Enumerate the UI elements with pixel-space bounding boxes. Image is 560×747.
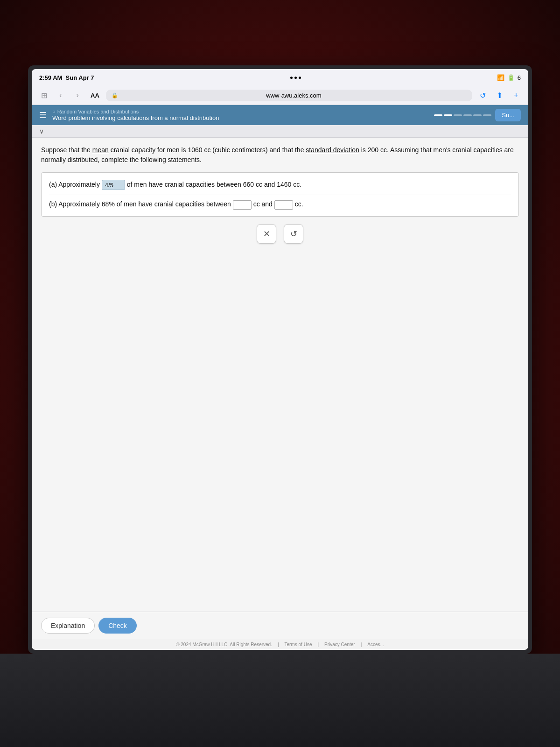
- signal-dot-1: [290, 77, 293, 79]
- part-b-text: (b) Approximately 68% of men have crania…: [49, 200, 231, 208]
- action-buttons: ✕ ↺: [41, 224, 519, 244]
- progress-area: Su...: [434, 109, 521, 121]
- topic-title: Word problem involving calculations from…: [52, 114, 428, 121]
- wifi-icon: 📶: [497, 74, 504, 81]
- progress-dot-6: [483, 114, 491, 116]
- footer-separator-3: |: [361, 642, 362, 647]
- footer-copyright: © 2024 McGraw Hill LLC. All Rights Reser…: [176, 642, 272, 647]
- footer-separator-1: |: [278, 642, 279, 647]
- progress-dot-1: [434, 114, 442, 116]
- part-b-cc1: cc: [253, 200, 262, 208]
- laptop-screen: 2:59 AM Sun Apr 7 📶 🔋 6 ⊞ ‹: [32, 69, 528, 650]
- lock-icon: 🔒: [112, 92, 118, 99]
- problem-statement: Suppose that the mean cranial capacity f…: [41, 145, 519, 165]
- submit-button[interactable]: Su...: [495, 109, 521, 121]
- url-text: www-awu.aleks.com: [121, 92, 467, 99]
- status-time: 2:59 AM Sun Apr 7: [39, 74, 94, 81]
- forward-icon: ›: [76, 91, 78, 99]
- undo-icon: ↺: [290, 229, 297, 239]
- browser-toolbar: ⊞ ‹ › AA 🔒 www-awu.aleks.com ↺: [32, 86, 528, 105]
- part-a-suffix: of men have cranial capacities between 6…: [127, 181, 301, 188]
- undo-button[interactable]: ↺: [284, 224, 303, 244]
- part-a-prefix: (a) Approximately: [49, 181, 100, 188]
- reload-icon: ↺: [480, 91, 486, 100]
- status-bar: 2:59 AM Sun Apr 7 📶 🔋 6: [32, 69, 528, 86]
- main-content: Suppose that the mean cranial capacity f…: [32, 138, 528, 612]
- answer-divider: [49, 195, 511, 195]
- battery-level: 6: [518, 74, 521, 81]
- part-b-and: and: [262, 200, 274, 208]
- clear-button[interactable]: ✕: [257, 224, 276, 244]
- laptop-base: [0, 654, 560, 747]
- browser-chrome: ⊞ ‹ › AA 🔒 www-awu.aleks.com ↺: [32, 86, 528, 105]
- status-signal: [290, 77, 301, 79]
- status-right: 📶 🔋 6: [497, 74, 521, 81]
- progress-dot-5: [473, 114, 482, 116]
- check-button[interactable]: Check: [98, 618, 137, 634]
- sidebar-toggle-button[interactable]: ⊞: [37, 89, 50, 102]
- bottom-bar: Explanation Check: [32, 612, 528, 639]
- circle-radio-icon: ○: [52, 109, 56, 114]
- mean-underline: mean: [92, 146, 109, 154]
- share-button[interactable]: ⬆: [493, 89, 506, 102]
- footer-privacy[interactable]: Privacy Center: [324, 642, 355, 647]
- url-bar[interactable]: 🔒 www-awu.aleks.com: [106, 90, 472, 101]
- std-dev-underline: standard deviation: [306, 146, 359, 154]
- progress-dot-3: [454, 114, 462, 116]
- progress-dot-4: [463, 114, 472, 116]
- new-tab-button[interactable]: +: [510, 89, 523, 102]
- part-b-cc2: cc.: [295, 200, 303, 208]
- part-a-input[interactable]: 4/5: [102, 180, 125, 190]
- explanation-button[interactable]: Explanation: [41, 618, 95, 634]
- reload-button[interactable]: ↺: [476, 89, 489, 102]
- forward-button[interactable]: ›: [71, 89, 84, 102]
- aleks-header: ☰ ○ Random Variables and Distributions W…: [32, 105, 528, 125]
- reader-mode-button[interactable]: AA: [88, 92, 102, 99]
- battery-icon: 🔋: [507, 74, 515, 81]
- progress-dot-2: [444, 114, 452, 116]
- part-a: (a) Approximately 4/5 of men have crania…: [49, 179, 511, 190]
- back-button[interactable]: ‹: [54, 89, 67, 102]
- laptop-frame: 2:59 AM Sun Apr 7 📶 🔋 6 ⊞ ‹: [28, 65, 532, 654]
- x-icon: ✕: [263, 229, 270, 239]
- part-b-input-1[interactable]: [233, 200, 252, 210]
- aleks-topic: ○ Random Variables and Distributions Wor…: [52, 109, 428, 121]
- signal-dot-3: [299, 77, 301, 79]
- signal-dot-2: [294, 77, 297, 79]
- topic-category: ○ Random Variables and Distributions: [52, 109, 428, 114]
- footer: © 2024 McGraw Hill LLC. All Rights Reser…: [32, 639, 528, 650]
- part-b: (b) Approximately 68% of men have crania…: [49, 199, 511, 209]
- footer-terms[interactable]: Terms of Use: [285, 642, 312, 647]
- progress-dots: [434, 114, 491, 116]
- answer-box: (a) Approximately 4/5 of men have crania…: [41, 172, 519, 217]
- back-icon: ‹: [59, 91, 62, 99]
- hamburger-icon[interactable]: ☰: [39, 110, 47, 120]
- share-icon: ⬆: [497, 91, 503, 100]
- collapse-button[interactable]: ∨: [39, 127, 44, 135]
- part-b-input-2[interactable]: [274, 200, 293, 210]
- footer-access[interactable]: Acces...: [367, 642, 384, 647]
- footer-separator-2: |: [317, 642, 319, 647]
- plus-icon: +: [514, 91, 518, 99]
